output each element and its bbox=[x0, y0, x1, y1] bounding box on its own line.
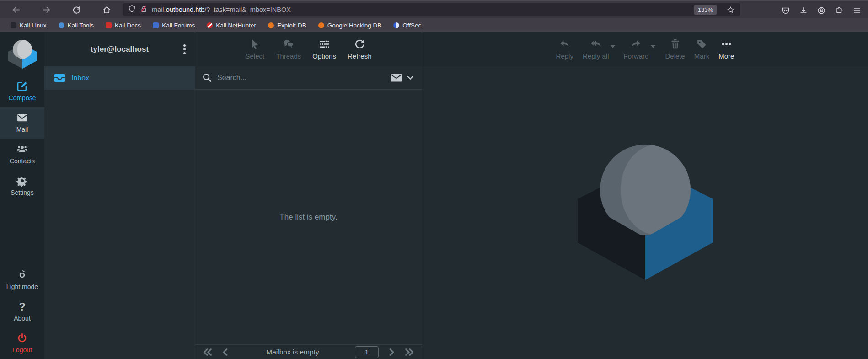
sidebar-item-settings[interactable]: Settings bbox=[0, 170, 44, 202]
forward-dropdown-icon[interactable] bbox=[651, 45, 655, 48]
empty-list-message: The list is empty. bbox=[195, 90, 422, 344]
message-list-panel: Select Threads Options Refresh bbox=[195, 32, 422, 359]
bookmark-kali-nethunter[interactable]: Kali NetHunter bbox=[201, 22, 262, 29]
reload-icon[interactable] bbox=[71, 5, 81, 15]
options-sliders-icon bbox=[319, 38, 330, 50]
bookmark-star-icon[interactable] bbox=[725, 5, 735, 15]
forward-icon[interactable] bbox=[41, 5, 51, 15]
sidebar-item-mail[interactable]: Mail bbox=[0, 107, 44, 139]
exploit-db-icon bbox=[268, 22, 274, 28]
reply-all-button[interactable]: Reply all bbox=[580, 38, 612, 60]
trash-icon bbox=[670, 38, 681, 50]
bookmark-offsec[interactable]: OffSec bbox=[387, 22, 427, 29]
extensions-icon[interactable] bbox=[834, 5, 844, 16]
search-bar bbox=[195, 66, 422, 90]
insecure-lock-icon[interactable] bbox=[140, 5, 148, 15]
bookmark-google-hacking-db[interactable]: Google Hacking DB bbox=[312, 22, 388, 29]
pagination-bar: Mailbox is empty bbox=[195, 344, 422, 359]
zoom-level-badge[interactable]: 133% bbox=[694, 5, 717, 15]
message-toolbar: Reply Reply all Forward Delete Mark bbox=[422, 32, 868, 66]
folder-panel: tyler@localhost Inbox bbox=[44, 32, 195, 359]
offsec-icon bbox=[393, 22, 399, 28]
sidebar-item-about[interactable]: ? About bbox=[0, 296, 44, 327]
pocket-icon[interactable] bbox=[781, 5, 791, 16]
compose-icon bbox=[16, 80, 28, 92]
delete-button[interactable]: Delete bbox=[663, 38, 688, 60]
settings-gear-icon bbox=[16, 175, 28, 187]
sidebar-item-compose[interactable]: Compose bbox=[0, 75, 44, 107]
bookmark-kali-forums[interactable]: Kali Forums bbox=[147, 22, 201, 29]
bookmark-exploit-db[interactable]: Exploit-DB bbox=[262, 22, 312, 29]
google-hacking-db-icon bbox=[318, 22, 324, 28]
roundcube-watermark-logo bbox=[577, 142, 714, 284]
url-bar[interactable]: mail.outbound.htb/?_task=mail&_mbox=INBO… bbox=[123, 3, 740, 16]
url-text: mail.outbound.htb/?_task=mail&_mbox=INBO… bbox=[152, 6, 690, 13]
message-view-panel: Reply Reply all Forward Delete Mark bbox=[422, 32, 868, 359]
question-mark-icon: ? bbox=[19, 301, 26, 312]
options-button[interactable]: Options bbox=[310, 38, 339, 60]
home-icon[interactable] bbox=[102, 5, 112, 15]
reply-all-dropdown-icon[interactable] bbox=[611, 45, 615, 48]
tag-icon bbox=[696, 38, 707, 50]
kali-docs-icon bbox=[106, 22, 112, 28]
page-number-input[interactable] bbox=[355, 346, 379, 358]
power-icon bbox=[16, 332, 28, 344]
mail-icon bbox=[16, 112, 28, 123]
next-page-icon[interactable] bbox=[386, 348, 396, 356]
contacts-icon bbox=[16, 144, 28, 155]
reply-button[interactable]: Reply bbox=[553, 38, 576, 60]
threads-button[interactable]: Threads bbox=[273, 38, 304, 60]
kali-forums-icon bbox=[153, 22, 159, 28]
select-button[interactable]: Select bbox=[243, 38, 268, 60]
account-icon[interactable] bbox=[816, 5, 826, 16]
more-dots-icon bbox=[721, 38, 732, 50]
more-button[interactable]: More bbox=[716, 38, 737, 60]
threads-icon bbox=[283, 38, 294, 50]
list-toolbar: Select Threads Options Refresh bbox=[195, 32, 422, 66]
refresh-button[interactable]: Refresh bbox=[345, 38, 375, 60]
mailbox-status: Mailbox is empty bbox=[238, 348, 347, 356]
sidebar-item-light-mode[interactable]: Light mode bbox=[0, 264, 44, 296]
kali-tools-icon bbox=[59, 22, 64, 28]
reply-all-icon bbox=[590, 38, 601, 50]
inbox-icon bbox=[54, 74, 65, 82]
back-icon[interactable] bbox=[11, 5, 21, 15]
bookmark-kali-docs[interactable]: Kali Docs bbox=[100, 22, 147, 29]
bookmarks-bar: Kali Linux Kali Tools Kali Docs Kali For… bbox=[0, 18, 868, 32]
folder-options-kebab-icon[interactable] bbox=[182, 43, 188, 56]
kali-nethunter-icon bbox=[207, 22, 213, 28]
mark-button[interactable]: Mark bbox=[691, 38, 712, 60]
forward-icon bbox=[630, 38, 642, 50]
bookmark-kali-linux[interactable]: Kali Linux bbox=[5, 22, 53, 29]
last-page-icon[interactable] bbox=[404, 348, 414, 356]
refresh-icon bbox=[354, 38, 365, 50]
downloads-icon[interactable] bbox=[798, 5, 809, 16]
envelope-icon bbox=[391, 74, 402, 82]
sun-icon bbox=[16, 269, 28, 281]
folder-item-inbox[interactable]: Inbox bbox=[44, 66, 195, 90]
chevron-down-icon bbox=[407, 74, 414, 81]
forward-button[interactable]: Forward bbox=[621, 38, 651, 60]
search-icon bbox=[202, 73, 212, 83]
reply-icon bbox=[559, 38, 570, 50]
folder-panel-header: tyler@localhost bbox=[44, 32, 195, 66]
account-name: tyler@localhost bbox=[91, 45, 149, 54]
sidebar-item-contacts[interactable]: Contacts bbox=[0, 139, 44, 170]
browser-toolbar: mail.outbound.htb/?_task=mail&_mbox=INBO… bbox=[0, 0, 868, 18]
sidebar-item-logout[interactable]: Logout bbox=[0, 327, 44, 359]
watermark-area bbox=[422, 66, 868, 359]
first-page-icon[interactable] bbox=[203, 348, 213, 356]
kali-linux-icon bbox=[11, 22, 16, 28]
search-scope-button[interactable] bbox=[391, 74, 415, 82]
search-input[interactable] bbox=[217, 74, 386, 82]
cursor-icon bbox=[249, 38, 261, 50]
bookmark-kali-tools[interactable]: Kali Tools bbox=[53, 22, 100, 29]
tracking-shield-icon[interactable] bbox=[128, 5, 136, 15]
previous-page-icon[interactable] bbox=[220, 348, 230, 356]
roundcube-logo bbox=[8, 39, 37, 72]
task-menu: Compose Mail Contacts Settings Light mod… bbox=[0, 32, 44, 359]
menu-hamburger-icon[interactable] bbox=[852, 5, 862, 16]
